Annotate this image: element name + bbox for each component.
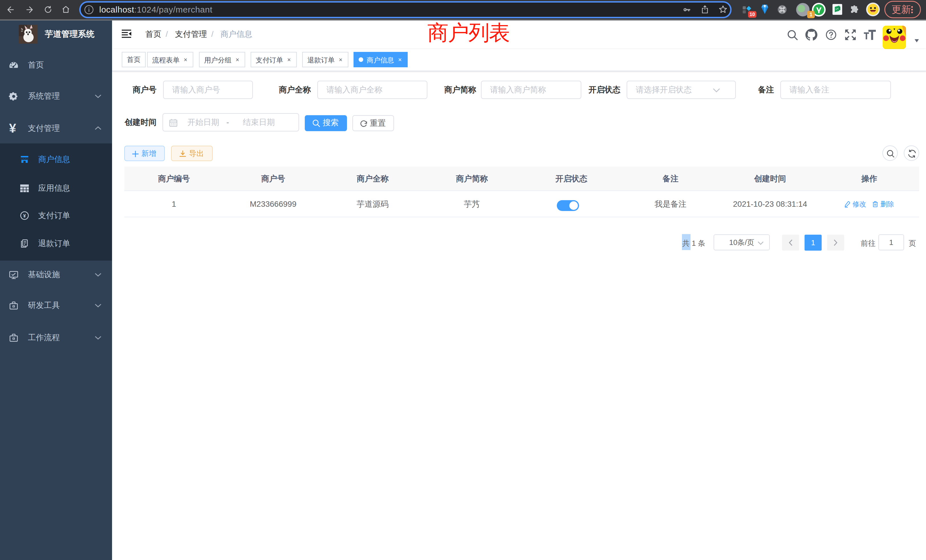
- svg-text:¥: ¥: [23, 213, 26, 219]
